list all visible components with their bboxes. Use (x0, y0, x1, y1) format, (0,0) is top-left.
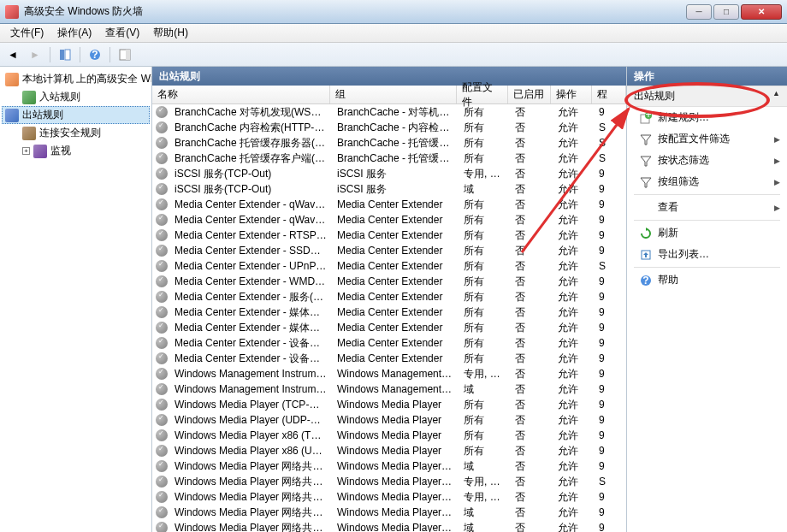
rule-status-icon (156, 291, 168, 303)
show-hide-tree-button[interactable] (56, 45, 74, 64)
table-row[interactable]: Media Center Extender - SSDP (UDP-…Media… (152, 243, 626, 258)
tree-outbound-rules[interactable]: 出站规则 (2, 106, 150, 124)
cell-action: 允许 (553, 521, 594, 533)
cell-enabled: 否 (510, 167, 553, 181)
action-filter-group-label: 按组筛选 (658, 174, 699, 189)
arrow-left-icon: ◄ (8, 49, 18, 61)
panel-icon (118, 48, 132, 62)
table-row[interactable]: Windows Media Player 网络共享服务(…Windows Med… (152, 489, 626, 505)
tree-monitor[interactable]: + 监视 (2, 142, 150, 160)
table-row[interactable]: Windows Media Player 网络共享服务(…Windows Med… (152, 458, 626, 474)
rule-status-icon (156, 445, 168, 457)
column-header-enabled[interactable]: 已启用 (508, 86, 551, 103)
table-row[interactable]: Media Center Extender - UPnP (TCP-…Media… (152, 258, 626, 274)
action-refresh[interactable]: 刷新 (627, 222, 787, 244)
show-hide-actions-button[interactable] (115, 45, 134, 64)
maximize-button[interactable]: □ (713, 4, 739, 20)
table-row[interactable]: Windows Media Player x86 (UDP-Out)Window… (152, 443, 626, 458)
table-row[interactable]: Media Center Extender - qWave (TCP…Media… (152, 197, 626, 212)
cell-group: iSCSI 服务 (332, 182, 459, 197)
table-row[interactable]: Media Center Extender - WMDRM-N…Media Ce… (152, 274, 626, 289)
cell-name: Media Center Extender - 媒体流(TCP-… (169, 305, 332, 320)
window-title: 高级安全 Windows 防火墙 (24, 4, 686, 19)
cell-group: Windows Media Player 网… (332, 475, 459, 489)
table-row[interactable]: iSCSI 服务(TCP-Out)iSCSI 服务域否允许9 (152, 181, 626, 197)
menu-help[interactable]: 帮助(H) (146, 24, 195, 42)
table-row[interactable]: BranchCache 托管缓存服务器(HTTP-O…BranchCache -… (152, 135, 626, 151)
cell-name: Windows Media Player 网络共享服务(… (169, 505, 332, 520)
menu-action[interactable]: 操作(A) (50, 24, 98, 42)
tree-root-node[interactable]: 本地计算机 上的高级安全 Win (2, 70, 150, 88)
column-header-program[interactable]: 程 (592, 86, 626, 103)
table-row[interactable]: BranchCache 内容检索(HTTP-Out)BranchCache - … (152, 120, 626, 135)
table-row[interactable]: Media Center Extender - RTSP (TCP-…Media… (152, 228, 626, 243)
cell-program: 9 (594, 506, 626, 518)
table-row[interactable]: Windows Media Player (TCP-Out)Windows Me… (152, 397, 626, 412)
cell-profile: 所有 (459, 136, 510, 151)
rule-status-icon (156, 352, 168, 364)
rule-status-icon (156, 245, 168, 257)
table-row[interactable]: Windows Media Player (UDP-Out)Windows Me… (152, 412, 626, 428)
table-row[interactable]: Windows Media Player x86 (TCP-Out)Window… (152, 428, 626, 443)
cell-group: Media Center Extender (332, 337, 459, 349)
collapse-icon[interactable]: ▲ (772, 89, 780, 98)
table-row[interactable]: BranchCache 托管缓存客户端(HTTP-O…BranchCache -… (152, 151, 626, 166)
cell-enabled: 否 (510, 105, 553, 120)
action-filter-group[interactable]: 按组筛选 ▶ (627, 171, 787, 192)
cell-name: Windows Management Instrumentati… (169, 383, 332, 395)
action-filter-state[interactable]: 按状态筛选 ▶ (627, 150, 787, 171)
cell-action: 允许 (553, 121, 594, 135)
table-row[interactable]: Media Center Extender - 服务(TCP-O…Media C… (152, 289, 626, 304)
expand-icon[interactable]: + (22, 147, 30, 155)
tree-connection-rules[interactable]: 连接安全规则 (2, 124, 150, 142)
svg-rect-1 (65, 50, 70, 60)
cell-group: BranchCache - 托管缓存服… (332, 136, 459, 151)
rule-status-icon (156, 399, 168, 411)
table-row[interactable]: Windows Management Instrumentati…Windows… (152, 366, 626, 381)
table-row[interactable]: Windows Management Instrumentati…Windows… (152, 381, 626, 397)
table-row[interactable]: Media Center Extender - qWave (UD…Media … (152, 212, 626, 228)
tree-inbound-rules[interactable]: 入站规则 (2, 88, 150, 106)
table-row[interactable]: Windows Media Player 网络共享服务(…Windows Med… (152, 520, 626, 532)
center-panel-header: 出站规则 (152, 67, 626, 86)
cell-enabled: 否 (510, 305, 553, 320)
table-row[interactable]: BranchCache 对等机发现(WSD-Out)BranchCache - … (152, 104, 626, 120)
column-header-name[interactable]: 名称 (152, 86, 330, 103)
column-header-profile[interactable]: 配置文件 (457, 86, 508, 103)
svg-text:?: ? (92, 49, 98, 61)
help-button[interactable]: ? (86, 45, 104, 64)
table-row[interactable]: Media Center Extender - 设备配置(TC…Media Ce… (152, 335, 626, 351)
table-row[interactable]: Media Center Extender - 设备验证(TC…Media Ce… (152, 351, 626, 366)
action-filter-profile[interactable]: 按配置文件筛选 ▶ (627, 128, 787, 150)
actions-panel: 操作 出站规则 ▲ + 新建规则… 按配置文件筛选 ▶ 按状态筛选 ▶ 按组筛选… (626, 67, 787, 532)
table-row[interactable]: Windows Media Player 网络共享服务(…Windows Med… (152, 474, 626, 489)
nav-forward-button[interactable]: ► (26, 45, 44, 64)
action-help[interactable]: ? 帮助 (627, 269, 787, 291)
column-header-action[interactable]: 操作 (551, 86, 592, 103)
cell-action: 允许 (553, 459, 594, 474)
menu-file[interactable]: 文件(F) (3, 24, 50, 42)
table-row[interactable]: Media Center Extender - 媒体流(UDP-…Media C… (152, 320, 626, 335)
cell-action: 允许 (553, 398, 594, 412)
action-export[interactable]: 导出列表… (627, 244, 787, 265)
close-button[interactable]: ✕ (741, 4, 782, 20)
table-row[interactable]: Media Center Extender - 媒体流(TCP-…Media C… (152, 304, 626, 320)
minimize-button[interactable]: ─ (686, 4, 712, 20)
cell-group: iSCSI 服务 (332, 167, 459, 181)
column-header-group[interactable]: 组 (330, 86, 457, 103)
action-new-rule[interactable]: + 新建规则… (627, 107, 787, 128)
cell-enabled: 否 (510, 228, 553, 243)
nav-back-button[interactable]: ◄ (3, 45, 22, 64)
menu-view[interactable]: 查看(V) (98, 24, 146, 42)
action-view[interactable]: 查看 ▶ (627, 197, 787, 218)
cell-group: Media Center Extender (332, 198, 459, 210)
table-row[interactable]: Windows Media Player 网络共享服务(…Windows Med… (152, 505, 626, 520)
rules-list[interactable]: BranchCache 对等机发现(WSD-Out)BranchCache - … (152, 104, 626, 532)
center-panel: 出站规则 名称 组 配置文件 已启用 操作 程 BranchCache 对等机发… (152, 67, 626, 532)
cell-enabled: 否 (510, 521, 553, 533)
column-headers: 名称 组 配置文件 已启用 操作 程 (152, 86, 626, 104)
svg-rect-5 (126, 50, 130, 60)
table-row[interactable]: iSCSI 服务(TCP-Out)iSCSI 服务专用, 公用否允许9 (152, 166, 626, 181)
cell-profile: 域 (459, 505, 510, 520)
outbound-icon (5, 109, 19, 122)
